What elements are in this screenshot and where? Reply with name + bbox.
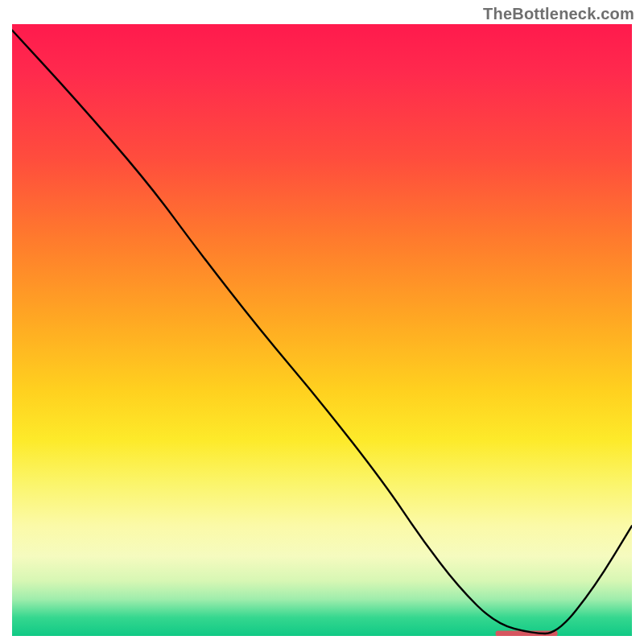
watermark: TheBottleneck.com [483, 5, 634, 23]
chart-svg [12, 24, 632, 636]
curve-line [12, 31, 632, 634]
bottom-margin [0, 636, 644, 644]
plot-area [12, 24, 632, 636]
left-margin [0, 0, 12, 644]
